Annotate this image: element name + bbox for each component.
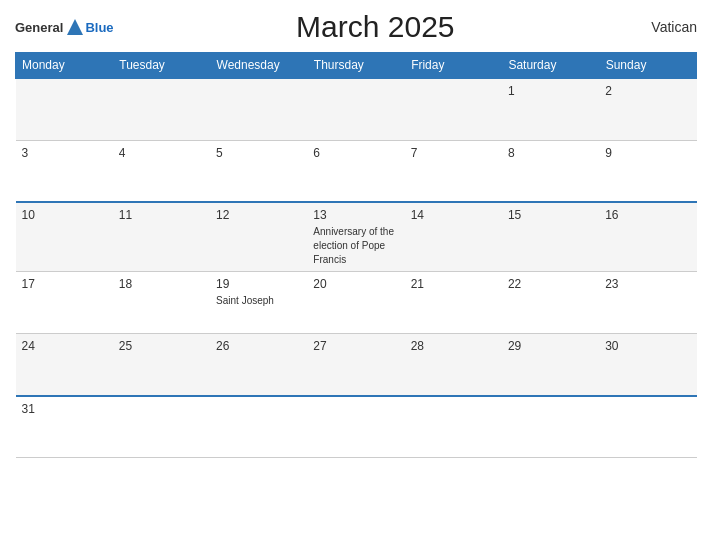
calendar-day-cell: 16 (599, 202, 696, 272)
day-number: 27 (313, 339, 398, 353)
calendar-day-cell (405, 78, 502, 140)
day-number: 16 (605, 208, 690, 222)
calendar-day-cell: 13Anniversary of the election of Pope Fr… (307, 202, 404, 272)
calendar-day-cell: 10 (16, 202, 113, 272)
calendar-day-cell (113, 396, 210, 458)
country-label: Vatican (637, 19, 697, 35)
logo-blue-text: Blue (85, 20, 113, 35)
calendar-week-row: 10111213Anniversary of the election of P… (16, 202, 697, 272)
day-number: 22 (508, 277, 593, 291)
svg-marker-0 (67, 19, 83, 35)
day-number: 26 (216, 339, 301, 353)
calendar-day-cell (113, 78, 210, 140)
header-monday: Monday (16, 53, 113, 79)
calendar-day-cell: 6 (307, 140, 404, 202)
day-number: 9 (605, 146, 690, 160)
logo: General Blue (15, 17, 114, 37)
calendar-day-cell: 18 (113, 272, 210, 334)
calendar-week-row: 24252627282930 (16, 334, 697, 396)
weekday-header-row: Monday Tuesday Wednesday Thursday Friday… (16, 53, 697, 79)
calendar-day-cell: 5 (210, 140, 307, 202)
day-number: 11 (119, 208, 204, 222)
header-saturday: Saturday (502, 53, 599, 79)
calendar-day-cell (210, 396, 307, 458)
day-number: 8 (508, 146, 593, 160)
calendar-week-row: 171819Saint Joseph20212223 (16, 272, 697, 334)
day-number: 1 (508, 84, 593, 98)
calendar-day-cell: 21 (405, 272, 502, 334)
day-number: 18 (119, 277, 204, 291)
calendar-week-row: 3456789 (16, 140, 697, 202)
day-number: 3 (22, 146, 107, 160)
day-number: 13 (313, 208, 398, 222)
day-number: 15 (508, 208, 593, 222)
header-friday: Friday (405, 53, 502, 79)
calendar-header: General Blue March 2025 Vatican (15, 10, 697, 44)
day-event: Saint Joseph (216, 295, 274, 306)
calendar-day-cell: 12 (210, 202, 307, 272)
day-number: 29 (508, 339, 593, 353)
day-number: 7 (411, 146, 496, 160)
header-thursday: Thursday (307, 53, 404, 79)
calendar-day-cell: 3 (16, 140, 113, 202)
day-number: 14 (411, 208, 496, 222)
calendar-day-cell: 9 (599, 140, 696, 202)
day-number: 2 (605, 84, 690, 98)
calendar-day-cell (210, 78, 307, 140)
calendar-day-cell: 4 (113, 140, 210, 202)
calendar-day-cell: 31 (16, 396, 113, 458)
calendar-day-cell: 19Saint Joseph (210, 272, 307, 334)
calendar-day-cell: 25 (113, 334, 210, 396)
calendar-day-cell (307, 78, 404, 140)
day-number: 28 (411, 339, 496, 353)
day-number: 12 (216, 208, 301, 222)
calendar-day-cell: 27 (307, 334, 404, 396)
calendar-day-cell: 1 (502, 78, 599, 140)
day-number: 24 (22, 339, 107, 353)
calendar-day-cell: 2 (599, 78, 696, 140)
calendar-day-cell: 20 (307, 272, 404, 334)
day-number: 25 (119, 339, 204, 353)
calendar-day-cell: 26 (210, 334, 307, 396)
month-title: March 2025 (114, 10, 637, 44)
calendar-day-cell (307, 396, 404, 458)
day-number: 30 (605, 339, 690, 353)
logo-general-text: General (15, 20, 63, 35)
calendar-week-row: 12 (16, 78, 697, 140)
day-number: 20 (313, 277, 398, 291)
day-number: 21 (411, 277, 496, 291)
calendar-day-cell (502, 396, 599, 458)
calendar-day-cell: 11 (113, 202, 210, 272)
calendar-day-cell: 24 (16, 334, 113, 396)
calendar-day-cell: 28 (405, 334, 502, 396)
calendar-page: General Blue March 2025 Vatican Monday T… (0, 0, 712, 550)
day-number: 5 (216, 146, 301, 160)
calendar-day-cell (16, 78, 113, 140)
day-event: Anniversary of the election of Pope Fran… (313, 226, 394, 265)
day-number: 4 (119, 146, 204, 160)
calendar-day-cell: 29 (502, 334, 599, 396)
calendar-day-cell: 17 (16, 272, 113, 334)
day-number: 19 (216, 277, 301, 291)
header-wednesday: Wednesday (210, 53, 307, 79)
calendar-day-cell: 14 (405, 202, 502, 272)
calendar-day-cell: 22 (502, 272, 599, 334)
calendar-table: Monday Tuesday Wednesday Thursday Friday… (15, 52, 697, 458)
calendar-day-cell (599, 396, 696, 458)
calendar-day-cell: 8 (502, 140, 599, 202)
header-sunday: Sunday (599, 53, 696, 79)
calendar-day-cell: 23 (599, 272, 696, 334)
header-tuesday: Tuesday (113, 53, 210, 79)
day-number: 10 (22, 208, 107, 222)
calendar-day-cell: 7 (405, 140, 502, 202)
day-number: 6 (313, 146, 398, 160)
calendar-week-row: 31 (16, 396, 697, 458)
day-number: 23 (605, 277, 690, 291)
calendar-day-cell: 15 (502, 202, 599, 272)
calendar-day-cell: 30 (599, 334, 696, 396)
calendar-day-cell (405, 396, 502, 458)
day-number: 17 (22, 277, 107, 291)
logo-icon (65, 17, 85, 37)
day-number: 31 (22, 402, 107, 416)
